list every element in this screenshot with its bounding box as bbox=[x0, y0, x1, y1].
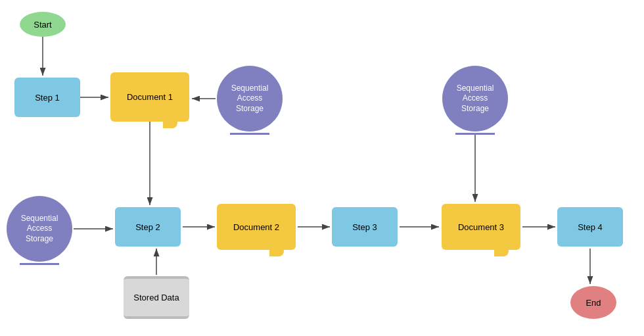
sas3-node: Sequential Access Storage bbox=[442, 66, 508, 135]
step3-node: Step 3 bbox=[332, 207, 398, 247]
doc1-label: Document 1 bbox=[127, 92, 173, 102]
sas1-node: Sequential Access Storage bbox=[217, 66, 283, 135]
sas1-circle: Sequential Access Storage bbox=[217, 66, 283, 132]
start-label: Start bbox=[34, 20, 51, 30]
step4-node: Step 4 bbox=[557, 207, 623, 247]
doc3-node: Document 3 bbox=[442, 204, 520, 250]
doc2-label: Document 2 bbox=[233, 222, 279, 232]
doc2-node: Document 2 bbox=[217, 204, 296, 250]
doc1-node: Document 1 bbox=[110, 72, 189, 122]
sas3-line bbox=[455, 133, 495, 135]
sas1-line bbox=[230, 133, 269, 135]
step2-node: Step 2 bbox=[115, 207, 181, 247]
start-node: Start bbox=[20, 12, 66, 37]
end-label: End bbox=[586, 298, 601, 308]
stored-data-label: Stored Data bbox=[133, 293, 179, 302]
sas3-label: Sequential Access Storage bbox=[448, 84, 503, 114]
step2-label: Step 2 bbox=[135, 222, 160, 232]
step4-label: Step 4 bbox=[578, 222, 603, 232]
step1-label: Step 1 bbox=[35, 93, 60, 103]
step3-label: Step 3 bbox=[352, 222, 377, 232]
sas2-label: Sequential Access Storage bbox=[12, 214, 67, 245]
sas2-circle: Sequential Access Storage bbox=[7, 196, 72, 262]
sas2-node: Sequential Access Storage bbox=[7, 196, 72, 265]
sas2-line bbox=[20, 263, 59, 265]
stored-data-node: Stored Data bbox=[124, 276, 189, 319]
sas3-circle: Sequential Access Storage bbox=[442, 66, 508, 132]
doc3-label: Document 3 bbox=[458, 222, 504, 232]
step1-node: Step 1 bbox=[14, 78, 80, 117]
sas1-label: Sequential Access Storage bbox=[222, 84, 277, 114]
arrows-svg bbox=[0, 0, 644, 336]
diagram: Start Step 1 Document 1 Sequential Acces… bbox=[0, 0, 644, 336]
end-node: End bbox=[570, 286, 616, 319]
